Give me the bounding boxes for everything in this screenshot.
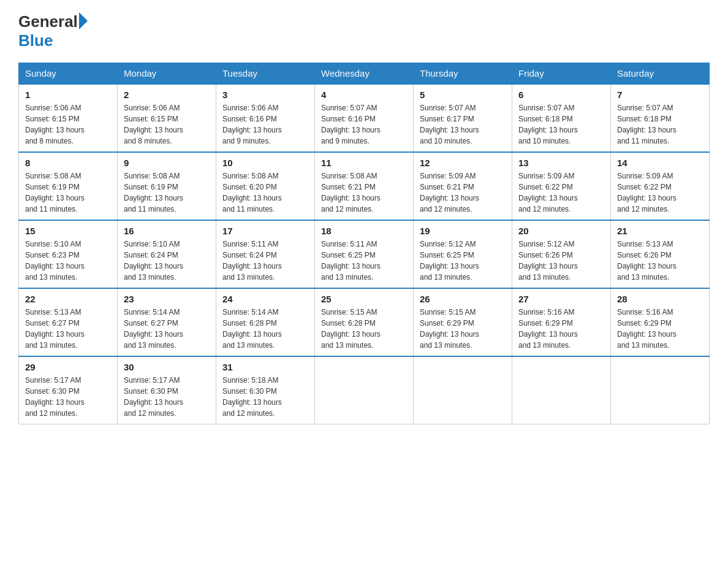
calendar-day-21: 21 Sunrise: 5:13 AMSunset: 6:26 PMDaylig… <box>611 220 710 288</box>
day-number: 9 <box>124 158 210 168</box>
calendar-day-12: 12 Sunrise: 5:09 AMSunset: 6:21 PMDaylig… <box>414 152 512 220</box>
logo: General Blue <box>18 12 88 50</box>
day-info: Sunrise: 5:07 AMSunset: 6:17 PMDaylight:… <box>420 102 506 147</box>
day-number: 30 <box>124 362 210 372</box>
day-info: Sunrise: 5:09 AMSunset: 6:22 PMDaylight:… <box>518 170 604 215</box>
calendar-day-29: 29 Sunrise: 5:17 AMSunset: 6:30 PMDaylig… <box>19 356 118 424</box>
calendar-day-18: 18 Sunrise: 5:11 AMSunset: 6:25 PMDaylig… <box>315 220 414 288</box>
calendar-day-27: 27 Sunrise: 5:16 AMSunset: 6:29 PMDaylig… <box>512 288 611 356</box>
calendar-day-22: 22 Sunrise: 5:13 AMSunset: 6:27 PMDaylig… <box>19 288 118 356</box>
day-info: Sunrise: 5:08 AMSunset: 6:20 PMDaylight:… <box>222 170 308 215</box>
calendar-day-6: 6 Sunrise: 5:07 AMSunset: 6:18 PMDayligh… <box>512 84 611 152</box>
calendar-week-1: 1 Sunrise: 5:06 AMSunset: 6:15 PMDayligh… <box>19 84 710 152</box>
calendar-day-14: 14 Sunrise: 5:09 AMSunset: 6:22 PMDaylig… <box>611 152 710 220</box>
day-number: 18 <box>321 226 407 236</box>
day-number: 28 <box>617 294 703 304</box>
calendar-day-31: 31 Sunrise: 5:18 AMSunset: 6:30 PMDaylig… <box>216 356 315 424</box>
day-number: 25 <box>321 294 407 304</box>
calendar-day-1: 1 Sunrise: 5:06 AMSunset: 6:15 PMDayligh… <box>19 84 118 152</box>
calendar-week-4: 22 Sunrise: 5:13 AMSunset: 6:27 PMDaylig… <box>19 288 710 356</box>
day-info: Sunrise: 5:12 AMSunset: 6:26 PMDaylight:… <box>518 239 604 283</box>
day-number: 17 <box>222 226 308 236</box>
calendar-day-20: 20 Sunrise: 5:12 AMSunset: 6:26 PMDaylig… <box>512 220 611 288</box>
calendar-week-2: 8 Sunrise: 5:08 AMSunset: 6:19 PMDayligh… <box>19 152 710 220</box>
column-header-sunday: Sunday <box>19 63 118 85</box>
day-number: 21 <box>617 226 703 236</box>
day-info: Sunrise: 5:10 AMSunset: 6:23 PMDaylight:… <box>25 239 111 283</box>
day-info: Sunrise: 5:13 AMSunset: 6:26 PMDaylight:… <box>617 239 703 283</box>
calendar-day-30: 30 Sunrise: 5:17 AMSunset: 6:30 PMDaylig… <box>118 356 216 424</box>
calendar-header-row: SundayMondayTuesdayWednesdayThursdayFrid… <box>19 63 710 85</box>
day-number: 23 <box>124 294 210 304</box>
calendar-day-13: 13 Sunrise: 5:09 AMSunset: 6:22 PMDaylig… <box>512 152 611 220</box>
calendar-day-24: 24 Sunrise: 5:14 AMSunset: 6:28 PMDaylig… <box>216 288 315 356</box>
calendar-week-3: 15 Sunrise: 5:10 AMSunset: 6:23 PMDaylig… <box>19 220 710 288</box>
day-number: 22 <box>25 294 111 304</box>
column-header-monday: Monday <box>118 63 216 85</box>
day-number: 8 <box>25 158 111 168</box>
day-info: Sunrise: 5:08 AMSunset: 6:19 PMDaylight:… <box>124 170 210 215</box>
calendar-empty-cell <box>512 356 611 424</box>
day-info: Sunrise: 5:06 AMSunset: 6:15 PMDaylight:… <box>25 102 111 147</box>
calendar-day-25: 25 Sunrise: 5:15 AMSunset: 6:28 PMDaylig… <box>315 288 414 356</box>
day-info: Sunrise: 5:16 AMSunset: 6:29 PMDaylight:… <box>518 307 604 351</box>
day-info: Sunrise: 5:16 AMSunset: 6:29 PMDaylight:… <box>617 307 703 351</box>
day-number: 24 <box>222 294 308 304</box>
calendar-day-3: 3 Sunrise: 5:06 AMSunset: 6:16 PMDayligh… <box>216 84 315 152</box>
calendar-day-9: 9 Sunrise: 5:08 AMSunset: 6:19 PMDayligh… <box>118 152 216 220</box>
calendar-empty-cell <box>611 356 710 424</box>
day-number: 2 <box>124 90 210 100</box>
day-info: Sunrise: 5:11 AMSunset: 6:24 PMDaylight:… <box>222 239 308 283</box>
calendar-day-23: 23 Sunrise: 5:14 AMSunset: 6:27 PMDaylig… <box>118 288 216 356</box>
day-info: Sunrise: 5:09 AMSunset: 6:21 PMDaylight:… <box>420 170 506 215</box>
day-number: 6 <box>518 90 604 100</box>
calendar-empty-cell <box>315 356 414 424</box>
calendar-empty-cell <box>414 356 512 424</box>
logo-triangle-icon <box>79 12 88 29</box>
calendar-day-8: 8 Sunrise: 5:08 AMSunset: 6:19 PMDayligh… <box>19 152 118 220</box>
day-number: 12 <box>420 158 506 168</box>
day-info: Sunrise: 5:17 AMSunset: 6:30 PMDaylight:… <box>124 375 210 419</box>
calendar-day-5: 5 Sunrise: 5:07 AMSunset: 6:17 PMDayligh… <box>414 84 512 152</box>
day-info: Sunrise: 5:10 AMSunset: 6:24 PMDaylight:… <box>124 239 210 283</box>
day-number: 29 <box>25 362 111 372</box>
day-number: 11 <box>321 158 407 168</box>
day-number: 4 <box>321 90 407 100</box>
calendar-table: SundayMondayTuesdayWednesdayThursdayFrid… <box>18 63 710 424</box>
logo-blue-text: Blue <box>18 31 88 50</box>
day-info: Sunrise: 5:17 AMSunset: 6:30 PMDaylight:… <box>25 375 111 419</box>
calendar-day-16: 16 Sunrise: 5:10 AMSunset: 6:24 PMDaylig… <box>118 220 216 288</box>
calendar-day-11: 11 Sunrise: 5:08 AMSunset: 6:21 PMDaylig… <box>315 152 414 220</box>
column-header-friday: Friday <box>512 63 611 85</box>
day-info: Sunrise: 5:07 AMSunset: 6:18 PMDaylight:… <box>518 102 604 147</box>
calendar-week-5: 29 Sunrise: 5:17 AMSunset: 6:30 PMDaylig… <box>19 356 710 424</box>
day-info: Sunrise: 5:07 AMSunset: 6:18 PMDaylight:… <box>617 102 703 147</box>
day-number: 10 <box>222 158 308 168</box>
logo-general-text: General <box>18 12 78 31</box>
page-header: General Blue <box>18 12 710 50</box>
day-number: 20 <box>518 226 604 236</box>
day-info: Sunrise: 5:14 AMSunset: 6:28 PMDaylight:… <box>222 307 308 351</box>
day-number: 13 <box>518 158 604 168</box>
calendar-day-7: 7 Sunrise: 5:07 AMSunset: 6:18 PMDayligh… <box>611 84 710 152</box>
day-number: 19 <box>420 226 506 236</box>
calendar-day-28: 28 Sunrise: 5:16 AMSunset: 6:29 PMDaylig… <box>611 288 710 356</box>
day-info: Sunrise: 5:11 AMSunset: 6:25 PMDaylight:… <box>321 239 407 283</box>
day-number: 3 <box>222 90 308 100</box>
day-info: Sunrise: 5:06 AMSunset: 6:15 PMDaylight:… <box>124 102 210 147</box>
day-info: Sunrise: 5:08 AMSunset: 6:21 PMDaylight:… <box>321 170 407 215</box>
day-info: Sunrise: 5:06 AMSunset: 6:16 PMDaylight:… <box>222 102 308 147</box>
column-header-thursday: Thursday <box>414 63 512 85</box>
calendar-day-26: 26 Sunrise: 5:15 AMSunset: 6:29 PMDaylig… <box>414 288 512 356</box>
day-info: Sunrise: 5:14 AMSunset: 6:27 PMDaylight:… <box>124 307 210 351</box>
column-header-tuesday: Tuesday <box>216 63 315 85</box>
calendar-day-19: 19 Sunrise: 5:12 AMSunset: 6:25 PMDaylig… <box>414 220 512 288</box>
day-info: Sunrise: 5:07 AMSunset: 6:16 PMDaylight:… <box>321 102 407 147</box>
day-number: 16 <box>124 226 210 236</box>
column-header-wednesday: Wednesday <box>315 63 414 85</box>
day-number: 27 <box>518 294 604 304</box>
day-number: 26 <box>420 294 506 304</box>
day-number: 7 <box>617 90 703 100</box>
calendar-day-4: 4 Sunrise: 5:07 AMSunset: 6:16 PMDayligh… <box>315 84 414 152</box>
day-info: Sunrise: 5:12 AMSunset: 6:25 PMDaylight:… <box>420 239 506 283</box>
